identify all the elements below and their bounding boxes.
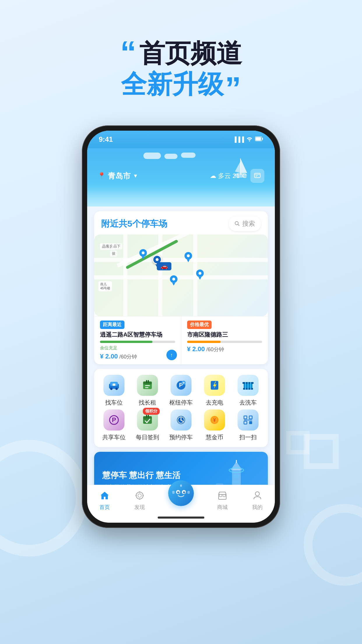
svg-rect-62 — [233, 480, 239, 484]
location-icon: 📍 — [98, 172, 106, 180]
daily-checkin-label: 每日签到 — [136, 433, 159, 441]
hub-parking-icon: P✈ — [171, 375, 191, 396]
bottom-navigation: 首页 发现 — [87, 485, 275, 523]
hub-parking-item[interactable]: P✈ 枢纽停车 — [166, 375, 196, 407]
hub-parking-label: 枢纽停车 — [169, 399, 193, 407]
svg-rect-19 — [143, 382, 152, 384]
center-nav-button[interactable] — [168, 480, 194, 506]
parking-status-bar-1 — [100, 341, 175, 343]
home-indicator — [158, 517, 204, 519]
header-line2: 全新升级 ” — [0, 69, 362, 100]
charging-label: 去充电 — [206, 399, 223, 407]
map-pin-4[interactable] — [196, 270, 204, 280]
status-icons: ▐▐▐ — [233, 136, 263, 143]
signal-icon: ▐▐▐ — [233, 136, 244, 143]
app-header: 📍 青岛市 ▼ ☁ 多云 21°C — [87, 148, 275, 206]
phone-frame: 9:41 ▐▐▐ — [82, 125, 280, 528]
svg-rect-81 — [180, 484, 182, 487]
svg-point-78 — [184, 492, 185, 493]
battery-icon — [255, 136, 263, 143]
icon-row-2: P 共享车位 领积分 每日签到 — [97, 410, 265, 441]
svg-rect-22 — [146, 380, 147, 383]
car-wash-item[interactable]: 去洗车 — [233, 375, 263, 407]
map-pin-1[interactable] — [139, 249, 147, 259]
scan-icon — [238, 410, 259, 430]
status-time: 9:41 — [99, 135, 113, 144]
charging-item[interactable]: 去充电 — [200, 375, 229, 407]
checkin-badge: 领积分 — [143, 408, 160, 415]
quote-left: “ — [120, 38, 136, 67]
map-card-header: 附近共5个停车场 搜索 — [94, 211, 268, 235]
svg-point-68 — [139, 491, 140, 493]
parking-status-text-1: 余位充足 — [100, 345, 175, 351]
nav-shop[interactable]: 商城 — [216, 489, 229, 511]
svg-rect-52 — [249, 416, 252, 419]
wifi-icon — [246, 136, 253, 143]
parking-name-2: 市南区隆德路三 — [187, 331, 262, 338]
find-parking-icon — [103, 375, 124, 396]
svg-rect-23 — [148, 380, 149, 383]
banner-title: 慧停车 慧出行 慧生活 — [102, 470, 180, 481]
nav-center-home[interactable] — [168, 480, 194, 506]
svg-rect-61 — [233, 475, 239, 478]
scan-label: 扫一扫 — [239, 433, 257, 441]
svg-point-66 — [136, 492, 143, 499]
nav-profile[interactable]: 我的 — [251, 489, 264, 511]
parking-card-nearest[interactable]: 距离最近 逍遥二路A区智慧停车场 余位充足 ¥ 2.00 /60分钟 — [94, 316, 181, 364]
city-name: 青岛市 — [108, 171, 131, 181]
daily-checkin-item[interactable]: 领积分 每日签到 — [133, 410, 162, 441]
map-view[interactable]: 品客房 燕儿45号楼 品下 拔 — [94, 235, 268, 316]
scan-item[interactable]: 扫一扫 — [233, 410, 263, 441]
status-bar: 9:41 ▐▐▐ — [87, 131, 275, 148]
charging-icon — [204, 375, 225, 396]
svg-rect-17 — [113, 384, 115, 386]
nearest-badge: 距离最近 — [100, 321, 124, 329]
find-parking-item[interactable]: 找车位 — [99, 375, 129, 407]
nearby-count: 5 — [127, 219, 132, 228]
svg-text:P: P — [112, 416, 116, 424]
shared-parking-icon: P — [103, 410, 124, 430]
profile-nav-label: 我的 — [252, 504, 263, 511]
svg-rect-1 — [262, 138, 263, 140]
svg-point-71 — [143, 495, 144, 496]
svg-rect-41 — [148, 415, 149, 418]
discover-nav-label: 发现 — [134, 504, 145, 511]
nav-home[interactable]: 首页 — [98, 489, 111, 511]
map-pin-3[interactable] — [170, 275, 178, 286]
car-wash-label: 去洗车 — [239, 399, 257, 407]
coins-label: 慧金币 — [206, 433, 223, 441]
svg-point-11 — [235, 222, 238, 225]
reserve-parking-label: 预约停车 — [169, 433, 193, 441]
map-pin-2[interactable] — [184, 252, 192, 262]
home-nav-label: 首页 — [99, 504, 110, 511]
service-icon-grid: 找车位 找长租 P✈ — [94, 369, 268, 447]
quote-right: ” — [225, 77, 241, 99]
parking-card-cheapest[interactable]: 价格最优 市南区隆德路三 ¥ 2.00 /60分钟 — [181, 316, 268, 364]
message-button[interactable] — [250, 169, 264, 183]
reserve-parking-item[interactable]: 预约停车 — [166, 410, 196, 441]
map-label-2: 燕儿45号楼 — [99, 281, 112, 291]
svg-rect-84 — [223, 494, 225, 497]
svg-rect-51 — [244, 421, 247, 424]
shared-parking-item[interactable]: P 共享车位 — [99, 410, 129, 441]
long-rent-item[interactable]: 找长租 — [133, 375, 162, 407]
find-parking-label: 找车位 — [105, 399, 123, 407]
svg-rect-53 — [249, 421, 252, 424]
cheapest-badge: 价格最优 — [187, 321, 212, 329]
svg-point-67 — [138, 494, 141, 497]
svg-text:¥: ¥ — [213, 418, 216, 423]
parking-status-bar-2 — [187, 341, 262, 343]
svg-marker-65 — [101, 492, 109, 499]
search-button[interactable]: 搜索 — [229, 216, 261, 231]
shared-parking-label: 共享车位 — [102, 433, 126, 441]
profile-icon — [251, 489, 264, 502]
shop-icon — [216, 489, 229, 502]
nav-discover[interactable]: 发现 — [133, 489, 146, 511]
svg-rect-83 — [219, 494, 222, 497]
home-icon — [98, 489, 111, 502]
location-button[interactable]: 📍 青岛市 ▼ — [98, 171, 138, 181]
navigate-button-1[interactable]: ↑ — [166, 350, 177, 360]
coins-item[interactable]: ¥ 慧金币 — [200, 410, 229, 441]
svg-rect-50 — [244, 416, 247, 419]
svg-rect-79 — [172, 491, 175, 494]
